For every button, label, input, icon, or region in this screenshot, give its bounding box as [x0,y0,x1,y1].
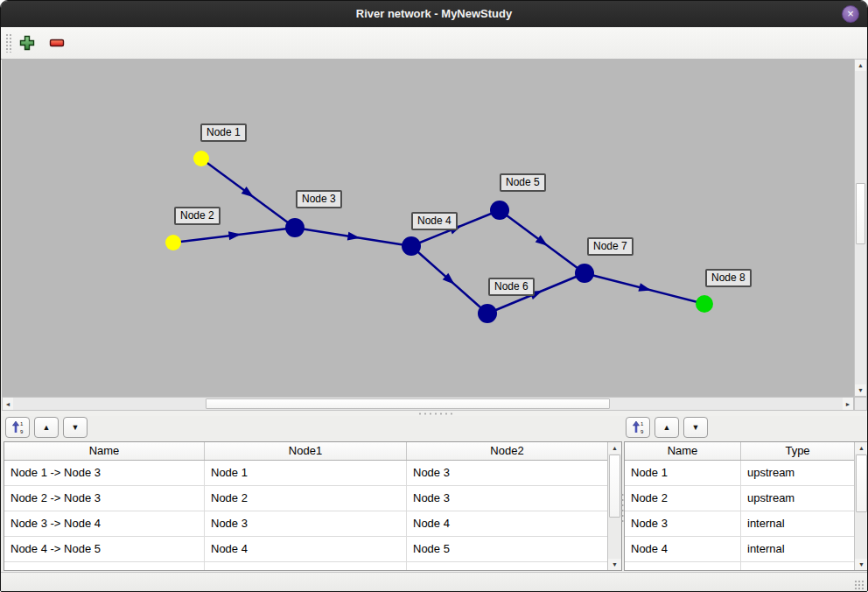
table-row[interactable]: Node 1upstream [625,461,868,486]
graph-node[interactable] [165,235,181,250]
arrow-up-icon: ▲ [43,423,51,432]
scroll-down-button[interactable]: ▼ [855,559,868,570]
scroll-down-button[interactable]: ▼ [855,384,866,396]
node-label[interactable]: Node 4 [411,212,458,230]
horizontal-scroll-thumb[interactable] [206,398,610,409]
scroll-right-button[interactable]: ► [843,398,853,410]
table-cell[interactable]: Node 1 [625,461,741,486]
graph-node[interactable] [402,236,421,256]
table-cell[interactable]: Node 3 [625,511,741,537]
table-cell[interactable]: internal [741,511,855,537]
graph-node[interactable] [285,218,304,237]
table-cell[interactable] [625,562,741,571]
node-label[interactable]: Node 7 [587,237,634,256]
column-header[interactable]: Node1 [205,442,407,460]
table-row[interactable]: Node 1 -> Node 3Node 1Node 3 [4,461,621,486]
toolbar-drag-handle[interactable] [5,33,12,53]
app-window: River network - MyNewStudy × Node 1N [0,0,868,592]
column-header[interactable]: Name [4,442,205,460]
vertical-scroll-thumb[interactable] [856,455,867,512]
arrow-down-icon: ▼ [692,423,700,432]
table-row[interactable]: Node 3internal [625,511,868,537]
table-cell[interactable]: Node 2 [625,486,741,511]
links-move-down-button[interactable]: ▼ [63,417,88,438]
arrow-right-icon: ► [845,401,851,407]
table-cell[interactable]: Node 3 [205,511,407,537]
vertical-scroll-thumb[interactable] [609,455,620,518]
table-cell[interactable] [741,562,855,571]
pane-splitter[interactable] [1,411,867,416]
table-cell[interactable]: Node 1 -> Node 3 [4,461,205,486]
nodes-move-up-button[interactable]: ▲ [654,417,679,438]
scroll-up-button[interactable]: ▲ [855,60,866,71]
scroll-left-button[interactable]: ◄ [3,398,13,410]
table-cell[interactable]: Node 4 [625,537,741,562]
table-cell[interactable] [407,562,608,571]
arrow-down-icon: ▼ [72,423,80,432]
links-move-up-button[interactable]: ▲ [34,417,59,438]
table-cell[interactable]: Node 4 [205,537,407,562]
scrollbar-corner [854,397,867,411]
links-table-scrollbar[interactable]: ▲ ▼ [607,442,621,570]
graph-node[interactable] [478,304,497,323]
table-row[interactable]: Node 2 -> Node 3Node 2Node 3 [4,486,621,511]
river-canvas[interactable]: Node 1Node 2Node 3Node 4Node 5Node 6Node… [2,59,854,397]
table-row[interactable]: Node 4 -> Node 5Node 4Node 5 [4,537,621,562]
table-cell[interactable] [205,562,407,571]
remove-button[interactable] [48,34,66,52]
table-cell[interactable]: Node 1 [205,461,407,486]
table-row[interactable] [4,562,621,571]
table-cell[interactable]: Node 3 -> Node 4 [4,511,205,537]
column-header[interactable]: Name [625,442,741,460]
table-cell[interactable]: upstream [741,486,855,511]
scroll-up-button[interactable]: ▲ [855,442,868,454]
graph-node[interactable] [490,201,509,220]
node-label[interactable]: Node 3 [296,190,342,208]
table-row[interactable]: Node 4internal [625,537,868,562]
table-row[interactable]: Node 2upstream [625,486,868,511]
table-cell[interactable]: Node 5 [407,537,608,562]
scroll-down-button[interactable]: ▼ [608,559,621,570]
column-header[interactable]: Type [741,442,855,460]
node-label[interactable]: Node 2 [174,207,220,225]
graph-node[interactable] [575,264,594,283]
table-cell[interactable]: Node 2 [205,486,407,511]
vertical-scroll-thumb[interactable] [856,183,865,244]
nodes-sort-button[interactable]: 1 9 [626,417,650,438]
resize-grip-icon[interactable] [854,580,864,589]
node-label[interactable]: Node 6 [488,278,535,296]
table-cell[interactable]: Node 4 [407,511,608,537]
table-cell[interactable]: Node 4 -> Node 5 [4,537,205,562]
arrow-down-icon: ▼ [612,561,618,567]
table-cell[interactable]: Node 3 [407,486,608,511]
links-table: NameNode1Node2 Node 1 -> Node 3Node 1Nod… [4,441,622,571]
splitter-handle-icon [417,412,452,415]
canvas-vertical-scrollbar[interactable]: ▲ ▼ [854,59,867,397]
scroll-up-button[interactable]: ▲ [608,442,621,454]
graph-node[interactable] [696,295,713,313]
nodes-move-down-button[interactable]: ▼ [683,417,708,438]
node-label[interactable]: Node 5 [500,173,546,192]
nodes-table-scrollbar[interactable]: ▲ ▼ [854,442,868,570]
arrow-up-icon: ▲ [612,445,618,451]
node-label[interactable]: Node 1 [200,123,247,142]
close-button[interactable]: × [842,5,859,23]
svg-text:1: 1 [640,421,644,426]
node-label[interactable]: Node 8 [705,269,752,287]
table-row[interactable]: Node 3 -> Node 4Node 3Node 4 [4,511,621,537]
table-cell[interactable]: internal [741,537,855,562]
table-row[interactable] [625,562,868,571]
links-sort-button[interactable]: 1 9 [5,417,30,438]
table-cell[interactable]: upstream [741,461,855,486]
graph-node[interactable] [193,151,209,166]
canvas-horizontal-scrollbar[interactable]: ◄ ► [2,397,854,411]
add-button[interactable] [18,34,36,52]
table-cell[interactable] [4,562,205,571]
table-cell[interactable]: Node 2 -> Node 3 [4,486,205,511]
table-cell[interactable]: Node 3 [407,461,608,486]
column-header[interactable]: Node2 [407,442,608,460]
nodes-table: NameType Node 1upstreamNode 2upstreamNod… [624,441,868,571]
arrow-up-icon: ▲ [858,445,864,451]
sort-ascending-icon: 1 9 [631,420,645,434]
svg-text:9: 9 [640,429,644,434]
